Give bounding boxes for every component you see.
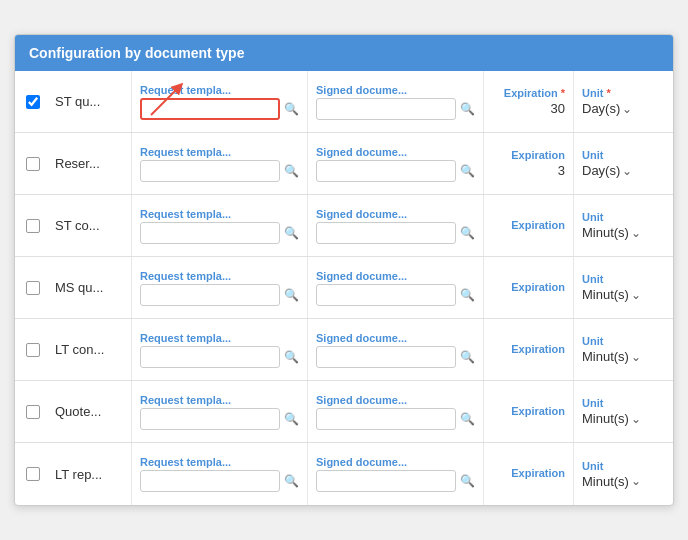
row-checkbox-empty[interactable] [26, 157, 40, 171]
request-input[interactable] [140, 408, 280, 430]
col-expiration: Expiration30 [483, 71, 573, 132]
expiration-value[interactable]: 3 [558, 163, 565, 178]
table-row: LT rep...Request templa...🔍Signed docume… [15, 443, 673, 505]
signed-search-icon[interactable]: 🔍 [460, 412, 475, 426]
row-checkbox-empty[interactable] [26, 219, 40, 233]
col-signed: Signed docume...🔍 [307, 133, 483, 194]
row-name: ST co... [51, 195, 131, 256]
col-request: Request templa...🔍 [131, 381, 307, 442]
unit-select-row: Minut(s) ⌄ [582, 474, 665, 489]
row-checkbox-empty[interactable] [26, 405, 40, 419]
unit-dropdown-icon[interactable]: ⌄ [631, 474, 641, 488]
row-checkbox-empty[interactable] [26, 281, 40, 295]
signed-input[interactable] [316, 346, 456, 368]
expiration-value[interactable]: 30 [551, 101, 565, 116]
signed-search-icon[interactable]: 🔍 [460, 102, 475, 116]
unit-select-row: Day(s) ⌄ [582, 163, 665, 178]
request-search-icon[interactable]: 🔍 [284, 288, 299, 302]
request-input[interactable] [140, 98, 280, 120]
signed-label: Signed docume... [316, 146, 475, 158]
unit-value: Minut(s) [582, 474, 629, 489]
col-request: Request templa...🔍 [131, 443, 307, 505]
expiration-label: Expiration [511, 281, 565, 293]
request-search-icon[interactable]: 🔍 [284, 164, 299, 178]
request-input[interactable] [140, 470, 280, 492]
signed-input-row: 🔍 [316, 284, 475, 306]
col-signed: Signed docume...🔍 [307, 195, 483, 256]
unit-select-row: Minut(s) ⌄ [582, 349, 665, 364]
table-row: LT con...Request templa...🔍Signed docume… [15, 319, 673, 381]
request-input-row: 🔍 [140, 222, 299, 244]
request-input[interactable] [140, 346, 280, 368]
unit-dropdown-icon[interactable]: ⌄ [631, 350, 641, 364]
request-search-icon[interactable]: 🔍 [284, 102, 299, 116]
panel-header: Configuration by document type [15, 35, 673, 71]
signed-input-row: 🔍 [316, 408, 475, 430]
request-input-row: 🔍 [140, 98, 299, 120]
signed-input[interactable] [316, 98, 456, 120]
col-unit: UnitMinut(s) ⌄ [573, 257, 673, 318]
col-check [15, 195, 51, 256]
col-expiration: Expiration [483, 195, 573, 256]
signed-search-icon[interactable]: 🔍 [460, 226, 475, 240]
request-input-row: 🔍 [140, 470, 299, 492]
unit-value: Day(s) [582, 163, 620, 178]
col-request: Request templa...🔍 [131, 195, 307, 256]
panel-title: Configuration by document type [29, 45, 244, 61]
signed-input[interactable] [316, 222, 456, 244]
expiration-label: Expiration [511, 343, 565, 355]
unit-dropdown-icon[interactable]: ⌄ [631, 288, 641, 302]
request-input[interactable] [140, 222, 280, 244]
request-input-row: 🔍 [140, 284, 299, 306]
signed-input-row: 🔍 [316, 346, 475, 368]
col-request: Request templa...🔍 [131, 133, 307, 194]
signed-search-icon[interactable]: 🔍 [460, 350, 475, 364]
signed-label: Signed docume... [316, 84, 475, 96]
request-label: Request templa... [140, 456, 299, 468]
row-name: LT rep... [51, 443, 131, 505]
signed-search-icon[interactable]: 🔍 [460, 164, 475, 178]
signed-label: Signed docume... [316, 332, 475, 344]
request-input[interactable] [140, 284, 280, 306]
unit-value: Minut(s) [582, 287, 629, 302]
request-input[interactable] [140, 160, 280, 182]
unit-label: Unit [582, 87, 665, 99]
signed-input[interactable] [316, 470, 456, 492]
request-search-icon[interactable]: 🔍 [284, 226, 299, 240]
table-row: ST qu...Request templa...🔍 Signed docume… [15, 71, 673, 133]
unit-select-row: Minut(s) ⌄ [582, 287, 665, 302]
signed-search-icon[interactable]: 🔍 [460, 288, 475, 302]
unit-dropdown-icon[interactable]: ⌄ [631, 412, 641, 426]
col-unit: UnitDay(s) ⌄ [573, 71, 673, 132]
col-request: Request templa...🔍 [131, 257, 307, 318]
row-checkbox[interactable] [26, 95, 40, 109]
request-search-icon[interactable]: 🔍 [284, 350, 299, 364]
request-input-row: 🔍 [140, 160, 299, 182]
col-unit: UnitMinut(s) ⌄ [573, 195, 673, 256]
col-unit: UnitDay(s) ⌄ [573, 133, 673, 194]
col-check [15, 319, 51, 380]
unit-dropdown-icon[interactable]: ⌄ [622, 102, 632, 116]
col-signed: Signed docume...🔍 [307, 257, 483, 318]
col-expiration: Expiration [483, 257, 573, 318]
unit-label: Unit [582, 335, 665, 347]
request-search-icon[interactable]: 🔍 [284, 474, 299, 488]
col-check [15, 257, 51, 318]
col-expiration: Expiration3 [483, 133, 573, 194]
unit-dropdown-icon[interactable]: ⌄ [622, 164, 632, 178]
signed-input-row: 🔍 [316, 470, 475, 492]
signed-input[interactable] [316, 284, 456, 306]
request-search-icon[interactable]: 🔍 [284, 412, 299, 426]
col-signed: Signed docume...🔍 [307, 381, 483, 442]
col-expiration: Expiration [483, 319, 573, 380]
row-checkbox-empty[interactable] [26, 467, 40, 481]
unit-dropdown-icon[interactable]: ⌄ [631, 226, 641, 240]
unit-label: Unit [582, 460, 665, 472]
request-label: Request templa... [140, 394, 299, 406]
config-panel: Configuration by document type ST qu...R… [14, 34, 674, 506]
table-row: MS qu...Request templa...🔍Signed docume.… [15, 257, 673, 319]
signed-input[interactable] [316, 408, 456, 430]
signed-search-icon[interactable]: 🔍 [460, 474, 475, 488]
signed-input[interactable] [316, 160, 456, 182]
row-checkbox-empty[interactable] [26, 343, 40, 357]
